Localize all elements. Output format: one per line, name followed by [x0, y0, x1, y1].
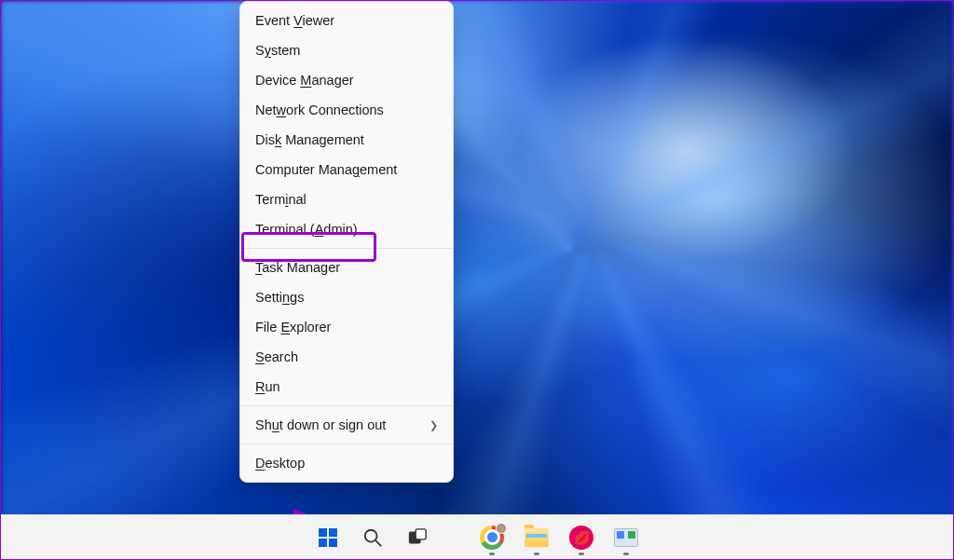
menu-item-terminal[interactable]: Terminal [240, 184, 453, 214]
menu-item-label: Device Manager [255, 73, 354, 88]
kiss-app-taskbar-button[interactable]: 💋 [563, 519, 600, 556]
winx-context-menu: Event ViewerSystemDevice ManagerNetwork … [239, 1, 454, 483]
menu-item-label: File Explorer [255, 320, 331, 335]
menu-item-settings[interactable]: Settings [240, 282, 453, 312]
svg-rect-9 [416, 528, 426, 539]
menu-item-search[interactable]: Search [240, 342, 453, 372]
menu-item-event-viewer[interactable]: Event Viewer [240, 6, 453, 35]
menu-divider [240, 248, 453, 249]
task-view-icon [407, 527, 428, 548]
desktop-wallpaper [1, 1, 953, 559]
menu-item-device-manager[interactable]: Device Manager [240, 65, 453, 95]
menu-item-label: Search [255, 349, 298, 364]
menu-item-label: Computer Management [255, 162, 397, 177]
running-indicator [489, 553, 495, 555]
svg-line-7 [375, 540, 381, 546]
menu-item-computer-management[interactable]: Computer Management [240, 155, 453, 184]
menu-item-label: Disk Management [255, 132, 364, 147]
running-indicator [623, 553, 629, 555]
menu-divider [240, 405, 453, 406]
menu-item-disk-management[interactable]: Disk Management [240, 125, 453, 155]
kiss-icon: 💋 [569, 526, 593, 550]
menu-item-label: Task Manager [255, 260, 340, 275]
start-button[interactable] [309, 519, 347, 556]
menu-item-label: Settings [255, 290, 304, 305]
search-icon [362, 527, 383, 548]
svg-rect-5 [329, 539, 337, 547]
menu-divider [240, 444, 453, 444]
running-indicator [534, 553, 539, 555]
menu-item-label: Shut down or sign out [255, 417, 386, 432]
menu-item-label: Terminal [255, 192, 307, 207]
svg-rect-2 [319, 528, 327, 537]
search-button[interactable] [354, 519, 391, 556]
menu-item-network-connections[interactable]: Network Connections [240, 95, 453, 125]
file-explorer-taskbar-button[interactable] [518, 519, 555, 556]
menu-item-label: Desktop [255, 456, 305, 471]
taskbar: 💋 [1, 514, 953, 559]
menu-item-label: Event Viewer [255, 13, 334, 28]
menu-item-system[interactable]: System [240, 35, 453, 65]
chrome-icon [480, 526, 504, 550]
menu-item-label: System [255, 43, 300, 58]
running-indicator [579, 553, 584, 555]
menu-item-label: Terminal (Admin) [255, 222, 358, 237]
profile-badge-icon [496, 523, 507, 534]
menu-item-label: Network Connections [255, 102, 384, 117]
control-panel-taskbar-button[interactable] [607, 519, 645, 556]
chevron-right-icon: ❯ [429, 419, 438, 431]
menu-item-label: Run [255, 379, 280, 394]
control-panel-icon [614, 528, 638, 547]
task-view-button[interactable] [399, 519, 436, 556]
svg-rect-3 [329, 528, 337, 537]
chrome-taskbar-button[interactable] [473, 519, 511, 556]
svg-rect-4 [319, 539, 327, 547]
taskbar-center-group: 💋 [309, 519, 645, 556]
menu-item-run[interactable]: Run [240, 372, 453, 402]
folder-icon [525, 528, 549, 547]
menu-item-desktop[interactable]: Desktop [240, 448, 453, 478]
windows-logo-icon [317, 526, 339, 549]
menu-item-shut-down-or-sign-out[interactable]: Shut down or sign out❯ [240, 410, 453, 440]
svg-point-6 [365, 529, 377, 541]
menu-item-file-explorer[interactable]: File Explorer [240, 312, 453, 342]
wallpaper-layer [1, 1, 953, 559]
menu-item-terminal-admin[interactable]: Terminal (Admin) [240, 214, 453, 244]
menu-item-task-manager[interactable]: Task Manager [240, 253, 453, 282]
